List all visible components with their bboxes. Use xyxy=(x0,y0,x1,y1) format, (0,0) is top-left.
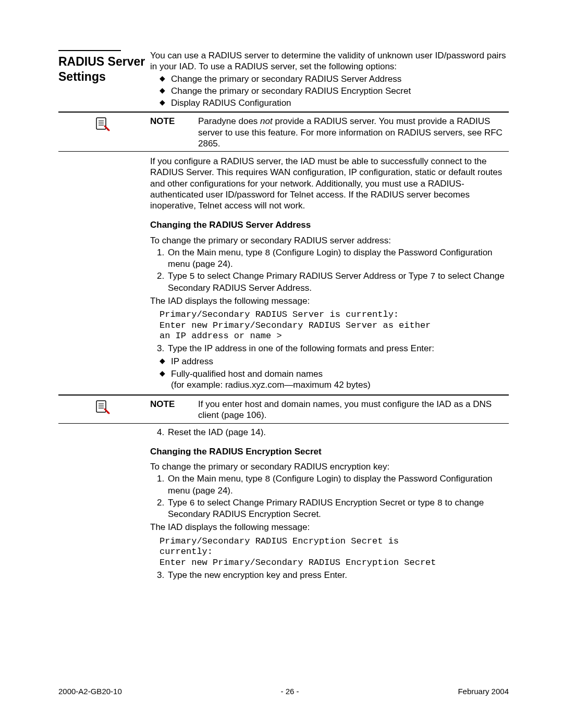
step-code: 5 xyxy=(190,272,195,281)
step-code: 8 xyxy=(265,474,270,484)
footer-center: - 26 - xyxy=(281,687,299,697)
page: RADIUS Server Settings You can use a RAD… xyxy=(0,0,563,728)
step-item: Type the new encryption key and press En… xyxy=(167,570,509,581)
note-row: NOTE If you enter host and domain names,… xyxy=(58,396,509,423)
intro-bullet: Change the primary or secondary RADIUS E… xyxy=(160,85,509,96)
note-text: If you enter host and domain names, you … xyxy=(198,399,509,421)
message-intro: The IAD displays the following message: xyxy=(150,295,509,306)
note-body: NOTE Paradyne does not provide a RADIUS … xyxy=(146,113,509,151)
subsection-intro: To change the primary or secondary RADIU… xyxy=(150,235,509,246)
message-intro: The IAD displays the following message: xyxy=(150,522,509,533)
section-header-row: RADIUS Server Settings You can use a RAD… xyxy=(58,50,509,112)
intro-paragraph: You can use a RADIUS server to determine… xyxy=(150,50,509,72)
note-icon xyxy=(93,116,111,136)
svg-rect-4 xyxy=(96,401,106,412)
note-text-pre: Paradyne does xyxy=(198,116,260,126)
steps-list: On the Main menu, type 8 (Configure Logi… xyxy=(150,473,509,520)
footer-right: February 2004 xyxy=(458,687,509,697)
content-row: Reset the IAD (page 14). Changing the RA… xyxy=(58,426,509,583)
note-row: NOTE Paradyne does not provide a RADIUS … xyxy=(58,113,509,151)
intro-col: You can use a RADIUS server to determine… xyxy=(146,50,509,112)
step-text: On the Main menu, type xyxy=(168,474,265,484)
note-block: NOTE If you enter host and domain names,… xyxy=(150,396,509,423)
console-message: Primary/Secondary RADIUS Encryption Secr… xyxy=(160,536,509,569)
note-icon xyxy=(93,399,111,419)
format-bullet: Fully-qualified host and domain names (f… xyxy=(160,368,509,391)
svg-rect-0 xyxy=(96,118,106,129)
step-code: 8 xyxy=(265,248,270,258)
step-text: Type xyxy=(168,271,190,281)
format-bullet-extra: (for example: radius.xyz.com—maximum 42 … xyxy=(171,380,371,390)
subsection-title: Changing the RADIUS Encryption Secret xyxy=(150,446,509,457)
step-code: 6 xyxy=(190,498,195,508)
step-text: On the Main menu, type xyxy=(168,248,265,257)
title-rule xyxy=(58,50,121,51)
step-text: to select Change Primary RADIUS Encrypti… xyxy=(195,498,437,508)
note-icon-slot xyxy=(58,396,146,419)
section-title: RADIUS Server Settings xyxy=(58,54,146,84)
page-footer: 2000-A2-GB20-10 - 26 - February 2004 xyxy=(58,687,509,697)
step-item: Type 6 to select Change Primary RADIUS E… xyxy=(167,497,509,520)
rule xyxy=(58,423,509,424)
note-block: NOTE Paradyne does not provide a RADIUS … xyxy=(150,113,509,151)
step-item: On the Main menu, type 8 (Configure Logi… xyxy=(167,247,509,270)
note-label: NOTE xyxy=(150,399,198,410)
steps-list: On the Main menu, type 8 (Configure Logi… xyxy=(150,247,509,293)
content-row: If you configure a RADIUS server, the IA… xyxy=(58,156,509,391)
content-col: Reset the IAD (page 14). Changing the RA… xyxy=(146,426,509,583)
step-item: Reset the IAD (page 14). xyxy=(167,427,509,438)
format-bullet-text: Fully-qualified host and domain names xyxy=(171,369,323,379)
note-icon-slot xyxy=(58,113,146,136)
format-bullet-list: IP address Fully-qualified host and doma… xyxy=(160,356,509,390)
section-title-col: RADIUS Server Settings xyxy=(58,50,146,84)
note-text: Paradyne does not provide a RADIUS serve… xyxy=(198,116,509,149)
format-bullet: IP address xyxy=(160,356,509,367)
footer-left: 2000-A2-GB20-10 xyxy=(58,687,122,697)
steps-list: Type the IP address in one of the follow… xyxy=(150,343,509,354)
intro-bullet: Display RADIUS Configuration xyxy=(160,97,509,108)
subsection-title: Changing the RADIUS Server Address xyxy=(150,219,509,230)
note-body: NOTE If you enter host and domain names,… xyxy=(146,396,509,423)
rule xyxy=(58,151,509,152)
step-item: Type the IP address in one of the follow… xyxy=(167,343,509,354)
intro-bullet: Change the primary or secondary RADIUS S… xyxy=(160,73,509,84)
step-text: Type xyxy=(168,498,190,508)
note-label: NOTE xyxy=(150,116,198,127)
steps-list: Type the new encryption key and press En… xyxy=(150,570,509,581)
post-note-paragraph: If you configure a RADIUS server, the IA… xyxy=(150,156,509,211)
subsection-intro: To change the primary or secondary RADIU… xyxy=(150,461,509,472)
console-message: Primary/Secondary RADIUS Server is curre… xyxy=(160,310,509,342)
step-item: Type 5 to select Change Primary RADIUS S… xyxy=(167,270,509,293)
step-code: 8 xyxy=(437,498,443,508)
steps-list: Reset the IAD (page 14). xyxy=(150,427,509,438)
step-code: 7 xyxy=(430,272,435,281)
note-text-not: not xyxy=(260,116,273,126)
step-text: to select Change Primary RADIUS Server A… xyxy=(195,271,430,281)
content-col: If you configure a RADIUS server, the IA… xyxy=(146,156,509,391)
intro-bullet-list: Change the primary or secondary RADIUS S… xyxy=(160,73,509,109)
step-item: On the Main menu, type 8 (Configure Logi… xyxy=(167,473,509,496)
